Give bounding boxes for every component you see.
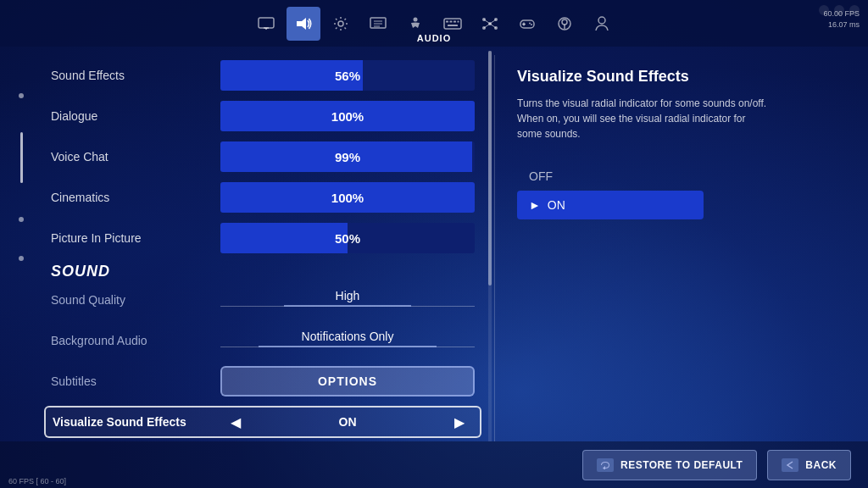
setting-row-sound-effects: Sound Effects 56% [51,59,475,92]
setting-row-sound-quality: Sound Quality High [51,284,475,316]
slider-sound-effects[interactable]: 56% [220,60,475,91]
sound-section-header: SOUND [51,263,475,280]
label-cinematics: Cinematics [51,191,220,204]
slider-voice-chat[interactable]: 99% [220,141,475,172]
fps-line2: 16.07 ms [823,19,860,30]
svg-point-31 [562,19,567,25]
label-voice-chat: Voice Chat [51,150,220,164]
visualize-sound-value: ON [339,415,357,429]
sidebar-dot-3 [19,256,24,261]
label-pip: Picture In Picture [51,231,220,245]
visualize-sound-control[interactable]: ◀ ON ▶ [222,414,473,430]
label-background-audio: Background Audio [51,334,220,347]
right-panel: Visualize Sound Effects Turns the visual… [500,51,860,441]
nav-icon-settings[interactable] [324,7,358,41]
right-panel-description: Turns the visual radial indicator for so… [517,96,771,141]
back-label: BACK [805,459,837,471]
restore-icon [597,458,614,472]
svg-point-29 [531,24,532,25]
nav-icon-audio[interactable] [287,7,320,41]
setting-row-voice-chat: Voice Chat 99% [51,141,475,173]
sound-label: SOUND [51,263,110,280]
slider-dialogue-value: 100% [331,109,364,124]
arrow-right-icon[interactable]: ▶ [454,414,465,430]
fps-line1: 60.00 FPS [823,8,860,19]
label-visualize-sound: Visualize Sound Effects [53,415,222,429]
back-button[interactable]: BACK [767,450,851,480]
toggle-off-label: OFF [529,169,553,183]
slider-voice-chat-value: 99% [335,150,360,164]
nav-icon-network[interactable] [473,7,507,41]
svg-point-33 [598,17,605,24]
slider-sound-effects-value: 56% [335,69,360,83]
svg-marker-3 [297,18,306,30]
toggle-on-label: ON [548,198,565,212]
svg-point-9 [414,17,418,21]
setting-row-visualize-sound[interactable]: Visualize Sound Effects ◀ ON ▶ [44,406,481,438]
svg-rect-13 [453,20,456,22]
svg-line-21 [484,19,490,24]
bottom-bar: RESTORE TO DEFAULT BACK [0,441,868,488]
panel-divider [494,55,495,441]
sidebar-dot-1 [19,93,24,98]
restore-to-default-button[interactable]: RESTORE TO DEFAULT [582,450,757,480]
svg-point-28 [529,22,531,24]
subtitles-options-button[interactable]: OPTIONS [220,366,475,396]
sound-quality-control[interactable]: High [220,289,475,312]
svg-rect-12 [450,20,453,22]
nav-title: AUDIO [417,33,451,43]
slider-cinematics[interactable]: 100% [220,182,475,213]
svg-rect-14 [458,20,459,22]
background-audio-control[interactable]: Notifications Only [220,330,475,352]
setting-row-pip: Picture In Picture 50% [51,222,475,254]
toggle-on-arrow-icon: ► [529,198,541,212]
scroll-indicator[interactable] [488,51,492,441]
label-sound-quality: Sound Quality [51,293,220,307]
svg-line-23 [484,24,490,28]
restore-to-default-label: RESTORE TO DEFAULT [620,459,743,471]
nav-icon-profile[interactable] [585,7,619,41]
setting-row-background-audio: Background Audio Notifications Only [51,324,475,357]
left-sidebar [8,68,34,437]
nav-icon-display[interactable] [361,7,395,41]
setting-row-dialogue: Dialogue 100% [51,100,475,132]
fps-bottom: 60 FPS [ 60 - 60] [8,477,66,485]
background-audio-value: Notifications Only [220,330,475,343]
nav-icon-monitor[interactable] [249,7,283,41]
svg-point-4 [338,21,343,26]
toggle-option-on[interactable]: ► ON [517,191,704,219]
svg-rect-11 [446,20,448,22]
back-icon [782,458,798,472]
svg-line-22 [490,19,496,24]
scroll-thumb [488,51,492,286]
svg-rect-0 [259,18,274,28]
settings-list: Sound Effects 56% Dialogue 100% Voice Ch… [34,51,492,441]
sound-quality-value: High [220,289,475,302]
top-nav: AUDIO [0,0,868,47]
slider-cinematics-value: 100% [331,191,364,205]
nav-icon-joystick[interactable] [548,7,581,41]
label-subtitles: Subtitles [51,374,220,388]
main-content: Sound Effects 56% Dialogue 100% Voice Ch… [34,51,492,441]
label-dialogue: Dialogue [51,109,220,123]
svg-rect-10 [444,19,461,29]
setting-row-subtitles: Subtitles OPTIONS [51,365,475,397]
label-sound-effects: Sound Effects [51,69,220,82]
sidebar-dot-2 [19,217,24,222]
svg-rect-15 [448,25,458,26]
svg-line-24 [490,24,496,28]
slider-dialogue[interactable]: 100% [220,101,475,131]
sidebar-line [20,132,23,183]
slider-pip[interactable]: 50% [220,223,475,253]
right-panel-title: Visualize Sound Effects [517,68,843,86]
nav-icon-gamepad[interactable] [510,7,544,41]
arrow-left-icon[interactable]: ◀ [231,414,241,430]
setting-row-cinematics: Cinematics 100% [51,181,475,214]
slider-pip-value: 50% [335,231,360,246]
fps-counter: 60.00 FPS 16.07 ms [823,8,860,30]
toggle-option-off[interactable]: OFF [517,162,704,191]
subtitles-options-label: OPTIONS [318,374,377,388]
